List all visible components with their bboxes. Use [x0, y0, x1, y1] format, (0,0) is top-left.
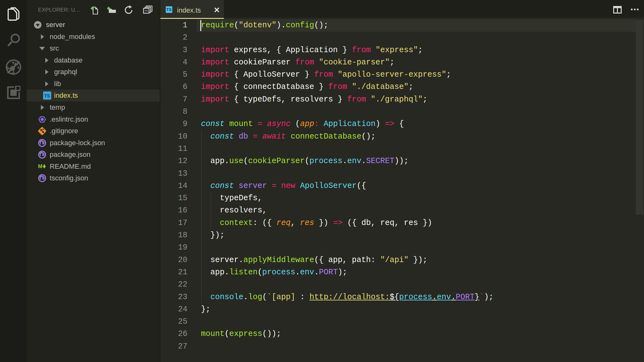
svg-text:M: M [38, 163, 42, 169]
svg-text:TS: TS [44, 93, 50, 98]
